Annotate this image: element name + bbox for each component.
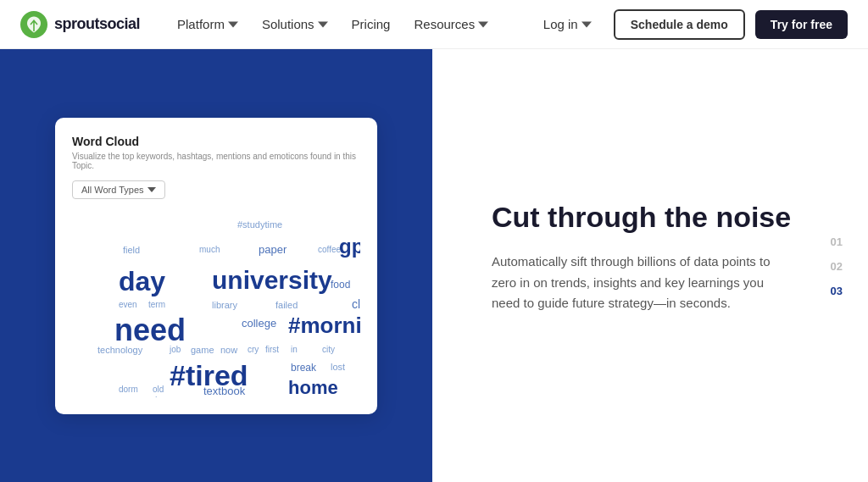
word-cloud-word: break <box>291 362 316 374</box>
navbar: sproutsocial Platform Solutions Pricing … <box>0 0 868 49</box>
word-cloud-word: food <box>331 279 350 291</box>
section-body: Automatically sift through billions of d… <box>492 252 771 314</box>
word-cloud-word: professor <box>309 396 355 397</box>
nav-links: Platform Solutions Pricing Resources <box>167 10 531 38</box>
word-cloud-title: Word Cloud <box>72 135 360 148</box>
try-free-button[interactable]: Try for free <box>755 10 848 39</box>
word-cloud-word: old <box>153 385 164 394</box>
word-cloud-word: job <box>170 345 181 354</box>
section-heading: Cut through the noise <box>492 200 817 235</box>
chevron-down-icon <box>478 19 488 30</box>
word-cloud-word: cry <box>248 345 259 354</box>
nav-pricing[interactable]: Pricing <box>342 10 401 38</box>
word-cloud-word: class <box>352 297 360 311</box>
word-cloud-subtitle: Visualize the top keywords, hashtags, me… <box>72 152 360 170</box>
word-cloud-word: term <box>148 300 165 309</box>
schedule-demo-button[interactable]: Schedule a demo <box>614 9 745 40</box>
word-cloud-visual: #studytimefieldmuchpapercoffeegpadayuniv… <box>72 211 360 397</box>
chevron-down-icon <box>581 19 592 30</box>
logo-icon <box>20 11 47 38</box>
right-panel: Cut through the noise Automatically sift… <box>432 49 868 482</box>
login-button[interactable]: Log in <box>531 10 604 38</box>
main-content: Word Cloud Visualize the top keywords, h… <box>0 49 868 482</box>
word-cloud-word: home <box>288 377 338 397</box>
logo[interactable]: sproutsocial <box>20 11 140 38</box>
word-cloud-word: now <box>220 345 237 355</box>
word-cloud-word: city <box>322 345 335 354</box>
word-cloud-word: technology <box>97 345 142 355</box>
logo-text: sproutsocial <box>54 15 140 33</box>
word-cloud-card: Word Cloud Visualize the top keywords, h… <box>55 118 377 414</box>
word-cloud-word: library <box>212 300 237 310</box>
chevron-down-icon <box>147 186 156 194</box>
word-cloud-word: college <box>242 317 276 330</box>
word-type-filter[interactable]: All Word Types <box>72 180 165 199</box>
word-cloud-word: every <box>275 396 296 397</box>
word-cloud-word: university <box>212 266 332 295</box>
word-cloud-word: paper <box>259 243 287 256</box>
word-cloud-word: gpa <box>339 235 360 258</box>
word-cloud-word: field <box>123 245 140 255</box>
left-panel: Word Cloud Visualize the top keywords, h… <box>0 49 432 482</box>
nav-resources[interactable]: Resources <box>403 10 498 38</box>
word-cloud-word: need <box>114 313 186 348</box>
nav-solutions[interactable]: Solutions <box>252 10 338 38</box>
word-cloud-word: time <box>191 396 210 397</box>
word-cloud-word: first <box>265 345 279 354</box>
nav-platform[interactable]: Platform <box>167 10 248 38</box>
word-cloud-word: coffee <box>318 245 341 254</box>
word-cloud-word: much <box>199 245 220 254</box>
word-cloud-word: game <box>191 345 214 355</box>
step-02[interactable]: 02 <box>831 259 843 272</box>
word-cloud-word: failed <box>275 300 298 310</box>
word-cloud-word: #morning <box>288 313 360 339</box>
step-03[interactable]: 03 <box>831 284 843 296</box>
word-cloud-word: day <box>119 266 165 297</box>
word-cloud-word: dorm <box>119 385 138 394</box>
chevron-down-icon <box>318 19 328 30</box>
nav-right: Log in Schedule a demo Try for free <box>531 9 848 40</box>
word-cloud-word: #studytime <box>237 219 282 230</box>
word-cloud-word: in <box>291 345 298 354</box>
word-cloud-word: lost <box>331 362 345 372</box>
word-cloud-word: good <box>138 396 157 397</box>
step-indicators: 01 02 03 <box>831 235 843 296</box>
chevron-down-icon <box>228 19 238 30</box>
step-01[interactable]: 01 <box>831 235 843 247</box>
word-cloud-word: even <box>119 300 137 309</box>
